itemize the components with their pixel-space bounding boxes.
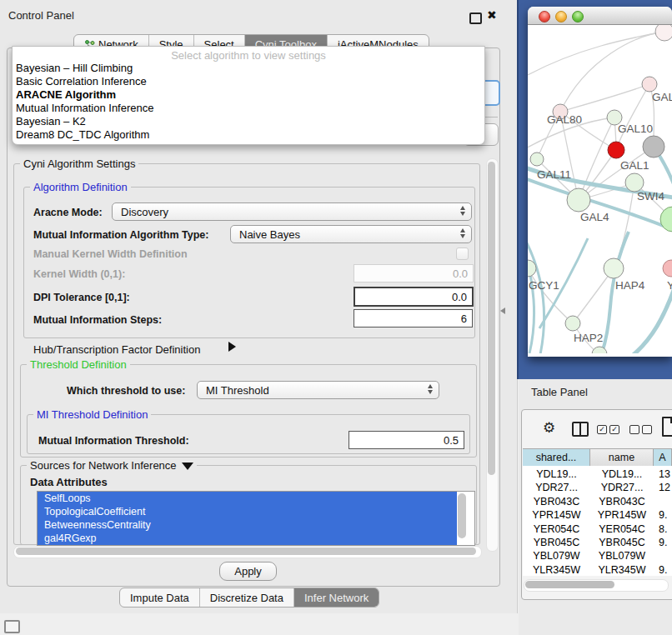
table-row[interactable]: YBL079WYBL079W xyxy=(523,549,672,562)
node-label-swi4: SWI4 xyxy=(637,190,664,202)
docked-panel-icon[interactable] xyxy=(4,620,20,633)
kernel-width-field[interactable]: 0.0 xyxy=(354,264,474,282)
node-label-y: Y xyxy=(667,279,672,292)
gray-node[interactable] xyxy=(643,136,664,158)
tab-impute-data[interactable]: Impute Data xyxy=(120,588,199,607)
settings-vscrollbar-thumb[interactable] xyxy=(488,162,495,475)
table-row[interactable]: YLR345WYLR345W9. xyxy=(523,563,672,576)
splitter-handle[interactable] xyxy=(500,308,505,314)
network-edge xyxy=(528,32,664,75)
algorithm-dropdown-popup: Select algorithm to view settings Bayesi… xyxy=(12,46,485,145)
which-threshold-select[interactable]: MI Threshold xyxy=(197,381,439,399)
algorithm-option-basic-correlation-inference[interactable]: Basic Correlation Inference xyxy=(16,75,466,88)
table-cell: YPR145W xyxy=(590,508,654,522)
dpi-tolerance-field[interactable]: 0.0 xyxy=(354,287,474,307)
unchecked-columns-icon[interactable] xyxy=(629,425,652,434)
zoom-icon[interactable] xyxy=(572,11,584,22)
tab-infer-network[interactable]: Infer Network xyxy=(293,588,379,607)
network-window-titlebar[interactable] xyxy=(528,7,672,25)
hap2-node[interactable] xyxy=(565,316,580,331)
gal1-node[interactable] xyxy=(625,173,644,192)
document-icon[interactable] xyxy=(662,417,672,437)
list-scrollbar-thumb[interactable] xyxy=(458,493,466,538)
gear-icon[interactable]: ⚙ xyxy=(543,419,555,437)
top-right-node[interactable] xyxy=(655,25,672,41)
table-body[interactable]: YDL19...YDL19...13YDR27...YDR27...12YBR0… xyxy=(523,466,672,576)
attribute-item-betweennesscentrality[interactable]: BetweennessCentrality xyxy=(38,518,457,532)
table-hscrollbar-thumb[interactable] xyxy=(525,581,614,588)
attribute-item-gal4rgexp[interactable]: gal4RGexp xyxy=(38,532,457,545)
table-cell: YDL19... xyxy=(523,468,590,481)
algorithm-option-bayesian-k2[interactable]: Bayesian – K2 xyxy=(16,115,466,128)
mi-threshold-field[interactable]: 0.5 xyxy=(349,431,464,449)
pink-right-node[interactable] xyxy=(663,260,672,277)
column-header-shared[interactable]: shared... xyxy=(523,449,590,466)
gal11-node[interactable] xyxy=(530,152,544,166)
table-cell: YDR27... xyxy=(523,481,590,494)
red-node[interactable] xyxy=(608,142,624,158)
unchecked-box-icon xyxy=(629,425,639,434)
algorithm-option-dream8-dc-tdc-algorithm[interactable]: Dream8 DC_TDC Algorithm xyxy=(16,128,466,142)
algorithm-option-aracne-algorithm[interactable]: ARACNE Algorithm xyxy=(16,88,466,102)
tab-label: Impute Data xyxy=(130,592,189,604)
table-row[interactable]: YBR043CYBR043C xyxy=(523,495,672,508)
column-header-a[interactable]: A xyxy=(654,449,672,466)
node-label-gal80: GAL80 xyxy=(547,113,582,126)
table-cell: YBR043C xyxy=(523,495,590,508)
tab-discretize-data[interactable]: Discretize Data xyxy=(199,588,293,607)
stepper-icon xyxy=(428,384,433,394)
table-row[interactable]: YER054CYER054C8. xyxy=(523,522,672,536)
table-cell: 8. xyxy=(659,522,672,536)
algorithm-option-mutual-information-inference[interactable]: Mutual Information Inference xyxy=(16,102,466,115)
attribute-item-selfloops[interactable]: SelfLoops xyxy=(38,492,457,505)
table-cell: YBR045C xyxy=(523,536,590,549)
float-icon[interactable] xyxy=(469,12,482,24)
minimize-icon[interactable] xyxy=(555,11,567,22)
aracne-mode-value: Discovery xyxy=(121,206,168,218)
algorithm-option-bayesian-hill-climbing[interactable]: Bayesian – Hill Climbing xyxy=(16,62,466,75)
node-label-gcy1: GCY1 xyxy=(529,279,559,292)
data-attributes-list[interactable]: SelfLoopsTopologicalCoefficientBetweenne… xyxy=(37,491,475,546)
node-label-gal10: GAL10 xyxy=(618,122,653,135)
network-view[interactable]: GALGAL80GAL10GAL1GAL11SWI4GAL4GCY1HAP4YH… xyxy=(528,25,672,353)
attribute-item-topologicalcoefficient[interactable]: TopologicalCoefficient xyxy=(38,505,457,518)
gal-pink-node[interactable] xyxy=(642,77,657,92)
hub-definition-label[interactable]: Hub/Transcription Factor Definition xyxy=(33,343,200,356)
settings-hscrollbar-thumb[interactable] xyxy=(16,548,476,555)
algorithm-definition-title: Algorithm Definition xyxy=(30,181,131,193)
swi4-node[interactable] xyxy=(660,207,672,232)
mi-steps-field[interactable]: 6 xyxy=(354,309,473,328)
close-icon[interactable]: ✖ xyxy=(487,8,497,22)
node-label-gal1: GAL1 xyxy=(620,159,649,172)
which-threshold-label: Which threshold to use: xyxy=(67,385,185,397)
hap4-node[interactable] xyxy=(604,258,624,278)
table-row[interactable]: YDL19...YDL19...13 xyxy=(523,468,672,481)
column-header-name[interactable]: name xyxy=(590,449,654,466)
manual-kernel-checkbox[interactable] xyxy=(456,248,469,260)
sources-title: Sources for Network Inference xyxy=(27,459,197,472)
collapse-arrow-icon[interactable] xyxy=(182,462,193,470)
table-cell: YBL079W xyxy=(523,549,590,562)
network-edge-highlighted xyxy=(528,235,544,353)
checked-columns-icon[interactable]: ✓ ✓ xyxy=(597,425,619,434)
table-row[interactable]: YPR145WYPR145W9. xyxy=(523,508,672,522)
manual-kernel-label: Manual Kernel Width Definition xyxy=(33,248,188,260)
table-row[interactable]: YBR045CYBR045C9. xyxy=(523,536,672,549)
aracne-mode-select[interactable]: Discovery xyxy=(112,202,472,221)
gal4-node[interactable] xyxy=(567,188,590,212)
dpi-tolerance-label: DPI Tolerance [0,1]: xyxy=(33,292,130,303)
node-label-gal4: GAL4 xyxy=(580,211,609,223)
network-window[interactable]: GALGAL80GAL10GAL1GAL11SWI4GAL4GCY1HAP4YH… xyxy=(528,7,672,357)
tab-label: Infer Network xyxy=(304,592,369,604)
data-attributes-label: Data Attributes xyxy=(30,476,108,488)
mi-type-value: Naive Bayes xyxy=(239,228,300,241)
mi-type-select[interactable]: Naive Bayes xyxy=(230,225,472,243)
expand-arrow-icon[interactable] xyxy=(228,342,236,352)
network-edge xyxy=(560,32,664,112)
table-cell: 13 xyxy=(659,468,672,481)
close-icon[interactable] xyxy=(539,11,550,22)
table-cell: 9. xyxy=(659,536,672,549)
table-row[interactable]: YDR27...YDR27...12 xyxy=(523,481,672,494)
split-pane-icon[interactable] xyxy=(572,422,589,437)
apply-button[interactable]: Apply xyxy=(219,562,277,581)
